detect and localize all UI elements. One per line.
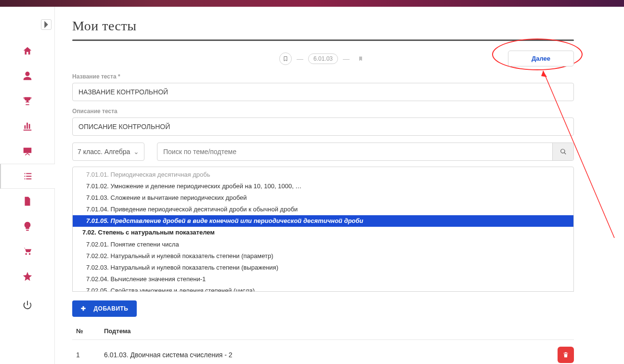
sidebar-item-tests[interactable] [0, 164, 55, 189]
search-icon [560, 148, 567, 155]
sidebar-item-ideas[interactable] [0, 214, 54, 239]
tree-branch[interactable]: 7.02. Степень с натуральным показателем [73, 227, 573, 239]
table-row: 1 6.01.03. Двоичная система счисления - … [72, 340, 574, 364]
topic-search-input[interactable] [157, 143, 552, 160]
sidebar-item-user[interactable] [0, 64, 54, 89]
sidebar-item-cart[interactable] [0, 239, 54, 264]
topic-tree[interactable]: 7.01.01. Периодическая десятичная дробь … [72, 167, 574, 292]
sidebar-item-home[interactable] [0, 39, 54, 64]
next-button[interactable]: Далее [508, 51, 574, 66]
main: Мои тесты — 6.01.03 — Далее Название тес… [55, 7, 624, 364]
tree-item-cutoff: 7.01.01. Периодическая десятичная дробь [73, 169, 573, 181]
tree-item[interactable]: 7.02.01. Понятие степени числа [73, 239, 573, 250]
tree-item[interactable]: 7.01.02. Умножение и деление периодическ… [73, 181, 573, 192]
presentation-icon [22, 146, 33, 156]
class-select[interactable]: 7 класс. Алгебра ⌄ [72, 143, 144, 161]
subtopics-table-header: № Подтема [72, 324, 574, 340]
sidebar-item-logout[interactable] [0, 293, 54, 318]
bookmark-solid-icon [354, 52, 367, 65]
test-name-label: Название теста * [72, 73, 574, 80]
tree-item[interactable]: 7.01.03. Сложение и вычитание периодичес… [73, 192, 573, 204]
bar-chart-icon [22, 121, 33, 131]
row-subtopic: 6.01.03. Двоичная система счисления - 2 [104, 351, 547, 359]
document-icon [22, 196, 33, 207]
home-icon [22, 46, 33, 56]
add-button[interactable]: ✚ ДОБАВИТЬ [72, 300, 137, 317]
add-button-label: ДОБАВИТЬ [94, 305, 129, 312]
test-name-input[interactable] [72, 83, 574, 101]
sidebar-item-documents[interactable] [0, 189, 54, 214]
divider [72, 39, 574, 41]
sidebar-expand-button[interactable] [41, 19, 52, 30]
tree-item[interactable]: 7.02.04. Вычисление значения степени-1 [73, 273, 573, 285]
trophy-icon [22, 96, 33, 106]
plus-icon: ✚ [81, 305, 86, 312]
sidebar-item-achievements[interactable] [0, 89, 54, 114]
window-titlebar [0, 0, 624, 7]
trash-icon [562, 351, 569, 358]
test-desc-label: Описание теста [72, 108, 574, 115]
tree-item[interactable]: 7.02.03. Натуральный и нулевой показател… [73, 262, 573, 273]
tree-item[interactable]: 7.02.05. Свойства умножения и деления ст… [73, 285, 573, 292]
lightbulb-icon [22, 221, 33, 232]
breadcrumb: — 6.01.03 — [279, 52, 367, 65]
chevron-right-icon [41, 20, 51, 29]
search-button[interactable] [552, 143, 573, 160]
breadcrumb-code: 6.01.03 [308, 53, 338, 64]
page-title: Мои тесты [72, 18, 574, 34]
test-desc-input[interactable] [72, 117, 574, 136]
list-icon [23, 171, 33, 182]
user-icon [22, 71, 33, 81]
row-num: 1 [76, 351, 93, 359]
chevron-down-icon: ⌄ [133, 148, 139, 156]
sidebar [0, 7, 55, 364]
col-header-subtopic: Подтема [104, 327, 130, 335]
bookmark-outline-icon [279, 52, 292, 65]
power-icon [22, 300, 33, 311]
cart-icon [22, 246, 33, 257]
sidebar-item-stats[interactable] [0, 114, 54, 139]
tree-item-selected[interactable]: 7.01.05. Представление дробей в виде кон… [73, 215, 573, 227]
star-icon [22, 271, 33, 282]
col-header-num: № [76, 327, 93, 335]
tree-item[interactable]: 7.02.02. Натуральный и нулевой показател… [73, 250, 573, 262]
sidebar-item-board[interactable] [0, 139, 54, 164]
delete-row-button[interactable] [558, 347, 574, 363]
class-select-value: 7 класс. Алгебра [78, 148, 133, 156]
tree-item[interactable]: 7.01.04. Приведение периодической десяти… [73, 204, 573, 215]
sidebar-item-favorites[interactable] [0, 264, 54, 289]
